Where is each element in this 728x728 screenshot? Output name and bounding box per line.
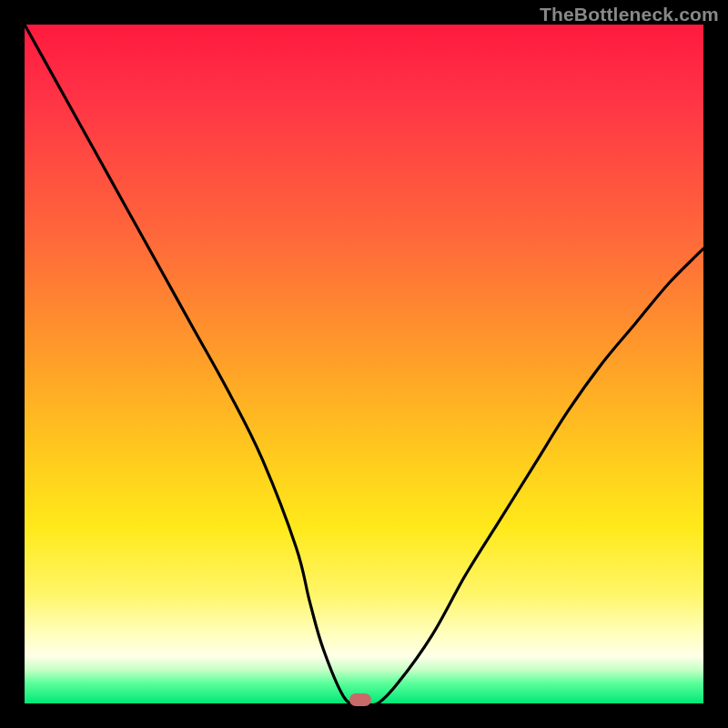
plot-area bbox=[25, 25, 703, 703]
watermark-text: TheBottleneck.com bbox=[540, 4, 719, 25]
bottleneck-curve bbox=[25, 25, 703, 703]
chart-frame: TheBottleneck.com bbox=[0, 0, 728, 728]
curve-path bbox=[25, 25, 703, 705]
optimum-marker bbox=[349, 693, 371, 706]
